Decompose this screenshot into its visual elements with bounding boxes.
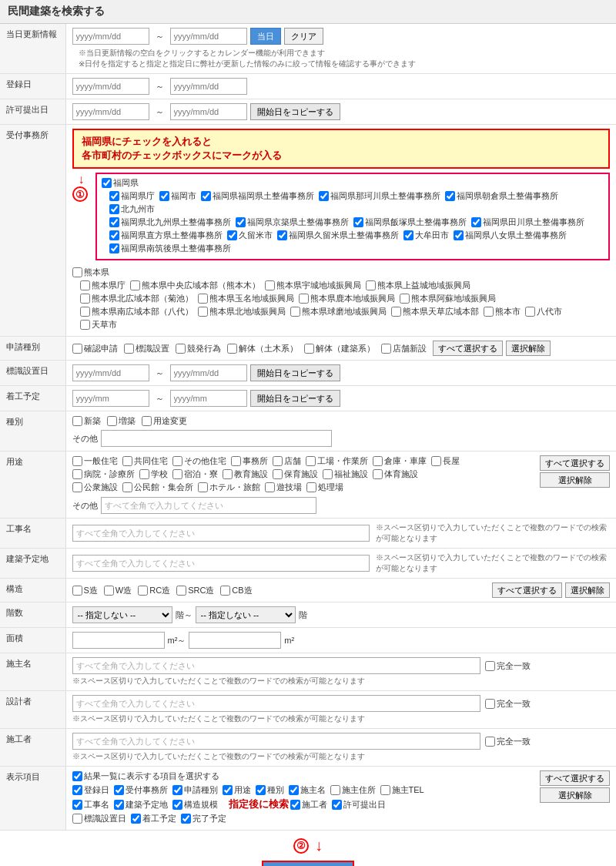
constructor-input[interactable]: [72, 733, 480, 750]
construction-site-note: ※スペース区切りで入力していただくことで複数のワードでの検索が可能となります: [376, 552, 610, 574]
signboard-from[interactable]: [72, 364, 149, 381]
application-type-content: 確認申請 標識設置 競発行為 解体（土木系） 解体（建築系） 店舗新設 すべて選…: [65, 337, 616, 361]
copy-start-signboard[interactable]: 開始日をコピーする: [250, 364, 340, 381]
usage-other-label: その他: [72, 500, 98, 512]
construction-site-input[interactable]: [72, 555, 370, 572]
construction-site-content: ※スペース区切りで入力していただくことで複数のワードでの検索が可能となります: [65, 549, 616, 579]
type-other-input[interactable]: [101, 430, 332, 447]
tilde2: ～: [156, 81, 164, 92]
fukuoka-row-2: 福岡県北九州県土整備事務所 福岡県京築県土整備事務所 福岡県飯塚県土整備事務所 …: [109, 216, 604, 228]
label-registration: 登録日: [0, 74, 65, 99]
copy-start-permission[interactable]: 開始日をコピーする: [250, 103, 340, 120]
tilde1: ～: [156, 31, 164, 42]
today-update-from[interactable]: [72, 28, 149, 45]
owner-note: ※スペース区切りで入力していただくことで複数のワードでの検索が可能となります: [72, 676, 611, 686]
calendar-note: ※当日更新情報の空白をクリックするとカレンダー機能が利用できます ※日付を指定す…: [79, 48, 416, 69]
search-button[interactable]: 検索開始: [262, 861, 354, 866]
floors-label: 階～: [176, 609, 192, 621]
label-application-type: 申請種別: [0, 337, 65, 361]
fukuoka-row-3: 福岡県直方県土整備事務所 久留米市 福岡県久留米県土整備事務所 大牟田市 福岡県…: [109, 230, 604, 241]
floors-from-select[interactable]: -- 指定しない --: [72, 606, 172, 623]
area-to[interactable]: [189, 632, 281, 649]
display-items-content: 結果一覧に表示する項目を選択する 登録日 受付事務所 申請種別 用途 種別 施主…: [65, 767, 616, 831]
annotation-text-2: 指定後に検索: [229, 797, 289, 811]
label-display-items: 表示項目: [0, 767, 65, 831]
construction-start-from[interactable]: [72, 390, 149, 407]
kumamoto-pref-checkbox[interactable]: 熊本県: [72, 267, 109, 278]
usage-select-all[interactable]: すべて選択する: [540, 455, 610, 471]
kumamoto-row-3: 熊本県南広域本部（八代） 熊本県北地域振興局 熊本県球磨地域振興局 熊本県天草広…: [80, 306, 611, 317]
fukuoka-row-1: 福岡県庁 福岡市 福岡県福岡県土整備事務所 福岡県那珂川県土整備事務所 福岡県朝…: [109, 190, 604, 215]
area-from[interactable]: [72, 632, 165, 649]
permission-to[interactable]: [170, 103, 247, 120]
today-update-content: ～ 当日 クリア ※当日更新情報の空白をクリックするとカレンダー機能が利用できま…: [65, 24, 616, 74]
area-unit2: m²: [284, 636, 294, 645]
structure-deselect[interactable]: 選択解除: [565, 582, 610, 598]
registration-content: ～: [65, 74, 616, 99]
label-floors: 階数: [0, 603, 65, 628]
construction-start-to[interactable]: [170, 390, 247, 407]
label-work-name: 工事名: [0, 519, 65, 549]
kumamoto-row-2: 熊本県北広域本部（菊池） 熊本県玉名地域振興局 熊本県鹿本地域振興局 熊本県阿蘇…: [80, 293, 611, 304]
label-owner: 施主名: [0, 653, 65, 691]
floors-label2: 階: [299, 609, 307, 621]
label-constructor: 施工者: [0, 729, 65, 767]
label-today-update: 当日更新情報: [0, 24, 65, 74]
floors-content: -- 指定しない -- 階～ -- 指定しない -- 階: [65, 603, 616, 628]
registration-from[interactable]: [72, 78, 149, 95]
label-area: 面積: [0, 628, 65, 653]
work-name-input[interactable]: [72, 525, 370, 542]
signboard-to[interactable]: [170, 364, 247, 381]
fukuoka-box: 福岡県 福岡県庁 福岡市 福岡県福岡県土整備事務所 福岡県那珂川県土整備事務所 …: [95, 173, 611, 260]
registration-to[interactable]: [170, 78, 247, 95]
fukuoka-pref-checkbox[interactable]: 福岡県: [102, 177, 139, 189]
kumamoto-row-4: 天草市: [80, 319, 611, 331]
constructor-content: 完全一致 ※スペース区切りで入力していただくことで複数のワードでの検索が可能とな…: [65, 729, 616, 767]
today-button[interactable]: 当日: [250, 28, 281, 45]
area-content: m²～ m²: [65, 628, 616, 653]
structure-content: S造 W造 RC造 SRC造 CB造 すべて選択する 選択解除: [65, 579, 616, 603]
label-permission: 許可提出日: [0, 99, 65, 125]
fukuoka-row-4: 福岡県南筑後県土整備事務所: [109, 243, 604, 254]
signboard-content: ～ 開始日をコピーする: [65, 361, 616, 386]
display-deselect[interactable]: 選択解除: [540, 787, 610, 803]
area-unit1: m²～: [168, 635, 186, 646]
circle-2: ②: [293, 838, 309, 854]
usage-content: 一般住宅 共同住宅 その他住宅 事務所 店舗 工場・作業所 倉庫・車庫 長屋 病…: [65, 451, 616, 519]
circle-1: ①: [72, 186, 88, 202]
label-type: 種別: [0, 411, 65, 451]
permission-content: ～ 開始日をコピーする: [65, 99, 616, 125]
arrow-down-2: ↓: [315, 837, 323, 854]
floors-to-select[interactable]: -- 指定しない --: [196, 606, 296, 623]
work-name-note: ※スペース区切りで入力していただくことで複数のワードでの検索が可能となります: [376, 522, 610, 544]
construction-start-content: ～ 開始日をコピーする: [65, 386, 616, 411]
kumamoto-row-1: 熊本県庁 熊本県中央広域本部（熊本木） 熊本県宇城地域振興局 熊本県上益城地域振…: [80, 280, 611, 291]
application-select-all[interactable]: すべて選択する: [433, 341, 503, 356]
owner-content: 完全一致 ※スペース区切りで入力していただくことで複数のワードでの検索が可能とな…: [65, 653, 616, 691]
office-content: 福岡県にチェックを入れると各市町村のチェックボックスにマークが入る ↓ ① 福岡…: [65, 125, 616, 337]
clear-button[interactable]: クリア: [284, 28, 323, 45]
label-construction-site: 建築予定地: [0, 549, 65, 579]
permission-from[interactable]: [72, 103, 149, 120]
copy-start-construction[interactable]: 開始日をコピーする: [250, 390, 340, 407]
usage-deselect[interactable]: 選択解除: [540, 472, 610, 488]
label-usage: 用途: [0, 451, 65, 519]
type-content: 新築 増築 用途変更 その他: [65, 411, 616, 451]
owner-input[interactable]: [72, 657, 480, 674]
annotation-text-1: 福岡県にチェックを入れると各市町村のチェックボックスにマークが入る: [82, 136, 282, 161]
designer-content: 完全一致 ※スペース区切りで入力していただくことで複数のワードでの検索が可能とな…: [65, 691, 616, 729]
structure-select-all[interactable]: すべて選択する: [492, 582, 562, 598]
today-update-to[interactable]: [170, 28, 247, 45]
tilde3: ～: [156, 106, 164, 118]
application-deselect[interactable]: 選択解除: [506, 341, 551, 356]
designer-input[interactable]: [72, 695, 480, 712]
label-designer: 設計者: [0, 691, 65, 729]
usage-other-input[interactable]: [101, 497, 316, 514]
constructor-note: ※スペース区切りで入力していただくことで複数のワードでの検索が可能となります: [72, 751, 611, 762]
bottom-buttons: ② ↓ 検索開始 CSV出力 条件クリア: [0, 831, 616, 866]
label-structure: 構造: [0, 579, 65, 603]
annotation-box-1: 福岡県にチェックを入れると各市町村のチェックボックスにマークが入る: [72, 129, 611, 169]
label-signboard: 標識設置日: [0, 361, 65, 386]
page-title: 民間建築を検索する: [0, 0, 616, 24]
display-select-all[interactable]: すべて選択する: [540, 770, 610, 786]
